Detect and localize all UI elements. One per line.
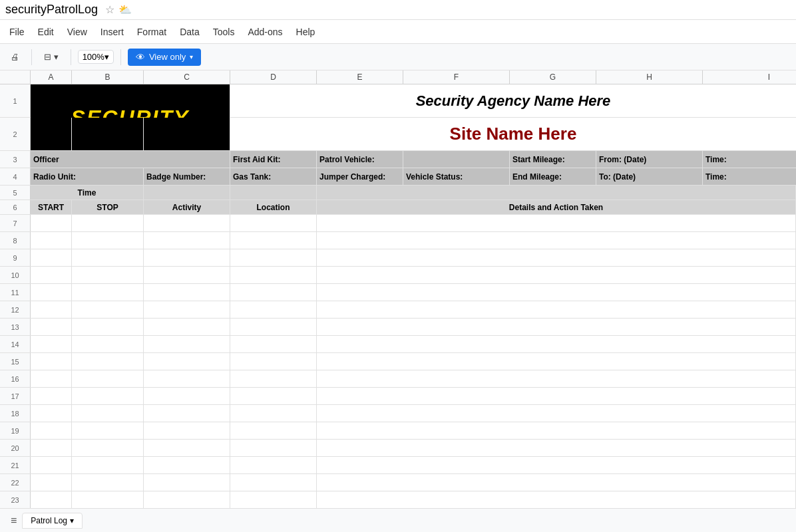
start-mileage-cell[interactable]: Start Mileage: xyxy=(510,151,596,168)
row10-details[interactable] xyxy=(317,267,796,283)
row19-stop[interactable] xyxy=(72,422,144,439)
row18-stop[interactable] xyxy=(72,405,144,422)
row11-location[interactable] xyxy=(230,284,317,301)
first-aid-cell[interactable]: First Aid Kit: xyxy=(230,151,317,168)
row19-location[interactable] xyxy=(230,422,317,439)
row12-location[interactable] xyxy=(230,301,317,318)
row9-location[interactable] xyxy=(230,249,317,266)
row16-activity[interactable] xyxy=(144,370,230,387)
filter-button[interactable]: ⊟ ▾ xyxy=(39,49,64,65)
row23-stop[interactable] xyxy=(72,491,144,508)
from-date-cell[interactable]: From: (Date) xyxy=(596,151,703,168)
data-row-18[interactable]: 18 xyxy=(0,405,796,422)
doc-title[interactable]: securityPatrolLog xyxy=(5,3,98,17)
row10-start[interactable] xyxy=(31,267,72,283)
data-row-14[interactable]: 14 xyxy=(0,336,796,353)
row7-stop[interactable] xyxy=(72,215,144,231)
row15-location[interactable] xyxy=(230,353,317,370)
row9-stop[interactable] xyxy=(72,249,144,266)
menu-insert[interactable]: Insert xyxy=(94,24,130,40)
row17-details[interactable] xyxy=(317,388,796,404)
view-only-button[interactable]: 👁 View only ▾ xyxy=(128,49,201,66)
to-date-cell[interactable]: To: (Date) xyxy=(596,168,703,185)
data-row-7[interactable]: 7 xyxy=(0,215,796,232)
row22-stop[interactable] xyxy=(72,474,144,491)
row8-location[interactable] xyxy=(230,232,317,249)
row20-location[interactable] xyxy=(230,440,317,456)
row7-location[interactable] xyxy=(230,215,317,231)
row15-start[interactable] xyxy=(31,353,72,370)
patrol-vehicle-cell[interactable]: Patrol Vehicle: xyxy=(317,151,403,168)
data-row-19[interactable]: 19 xyxy=(0,422,796,440)
row12-stop[interactable] xyxy=(72,301,144,318)
row14-stop[interactable] xyxy=(72,336,144,352)
menu-data[interactable]: Data xyxy=(173,24,206,40)
data-row-21[interactable]: 21 xyxy=(0,457,796,474)
radio-unit-cell[interactable]: Radio Unit: xyxy=(31,168,144,185)
row12-start[interactable] xyxy=(31,301,72,318)
row21-start[interactable] xyxy=(31,457,72,473)
row20-start[interactable] xyxy=(31,440,72,456)
data-row-11[interactable]: 11 xyxy=(0,284,796,301)
from-time-cell[interactable]: Time: xyxy=(703,151,796,168)
star-icon[interactable]: ☆ xyxy=(105,3,114,16)
data-row-8[interactable]: 8 xyxy=(0,232,796,249)
row11-start[interactable] xyxy=(31,284,72,301)
row17-stop[interactable] xyxy=(72,388,144,404)
row13-activity[interactable] xyxy=(144,319,230,335)
col-header-f[interactable]: F xyxy=(403,70,510,84)
cloud-icon[interactable]: ⛅ xyxy=(118,3,132,16)
col-header-i[interactable]: I xyxy=(703,70,796,84)
data-row-10[interactable]: 10 xyxy=(0,267,796,284)
data-row-16[interactable]: 16 xyxy=(0,370,796,388)
menu-addons[interactable]: Add-ons xyxy=(241,24,289,40)
row20-activity[interactable] xyxy=(144,440,230,456)
data-row-20[interactable]: 20 xyxy=(0,440,796,457)
row19-start[interactable] xyxy=(31,422,72,439)
row16-details[interactable] xyxy=(317,370,796,387)
row19-activity[interactable] xyxy=(144,422,230,439)
data-row-9[interactable]: 9 xyxy=(0,249,796,267)
row15-details[interactable] xyxy=(317,353,796,370)
row21-stop[interactable] xyxy=(72,457,144,473)
row21-details[interactable] xyxy=(317,457,796,473)
row23-location[interactable] xyxy=(230,491,317,508)
menu-help[interactable]: Help xyxy=(290,24,322,40)
data-row-17[interactable]: 17 xyxy=(0,388,796,405)
data-row-12[interactable]: 12 xyxy=(0,301,796,319)
row7-details[interactable] xyxy=(317,215,796,231)
to-time-cell[interactable]: Time: xyxy=(703,168,796,185)
row12-activity[interactable] xyxy=(144,301,230,318)
row21-location[interactable] xyxy=(230,457,317,473)
gas-tank-cell[interactable]: Gas Tank: xyxy=(230,168,317,185)
row19-details[interactable] xyxy=(317,422,796,439)
row23-details[interactable] xyxy=(317,491,796,508)
row18-location[interactable] xyxy=(230,405,317,422)
row7-activity[interactable] xyxy=(144,215,230,231)
col-header-b[interactable]: B xyxy=(72,70,144,84)
row13-location[interactable] xyxy=(230,319,317,335)
row11-stop[interactable] xyxy=(72,284,144,301)
col-header-c[interactable]: C xyxy=(144,70,230,84)
row8-details[interactable] xyxy=(317,232,796,249)
row23-activity[interactable] xyxy=(144,491,230,508)
row7-start[interactable] xyxy=(31,215,72,231)
row13-stop[interactable] xyxy=(72,319,144,335)
col-header-g[interactable]: G xyxy=(510,70,596,84)
row12-details[interactable] xyxy=(317,301,796,318)
row13-start[interactable] xyxy=(31,319,72,335)
row14-start[interactable] xyxy=(31,336,72,352)
end-mileage-cell[interactable]: End Mileage: xyxy=(510,168,596,185)
row8-start[interactable] xyxy=(31,232,72,249)
menu-tools[interactable]: Tools xyxy=(206,24,242,40)
row17-location[interactable] xyxy=(230,388,317,404)
menu-format[interactable]: Format xyxy=(130,24,173,40)
row9-start[interactable] xyxy=(31,249,72,266)
badge-number-cell[interactable]: Badge Number: xyxy=(144,168,230,185)
row17-activity[interactable] xyxy=(144,388,230,404)
row22-location[interactable] xyxy=(230,474,317,491)
agency-name-cell[interactable]: Security Agency Name Here xyxy=(230,84,796,117)
zoom-control[interactable]: 100% ▾ xyxy=(78,50,114,64)
col-header-h[interactable]: H xyxy=(596,70,703,84)
row23-start[interactable] xyxy=(31,491,72,508)
